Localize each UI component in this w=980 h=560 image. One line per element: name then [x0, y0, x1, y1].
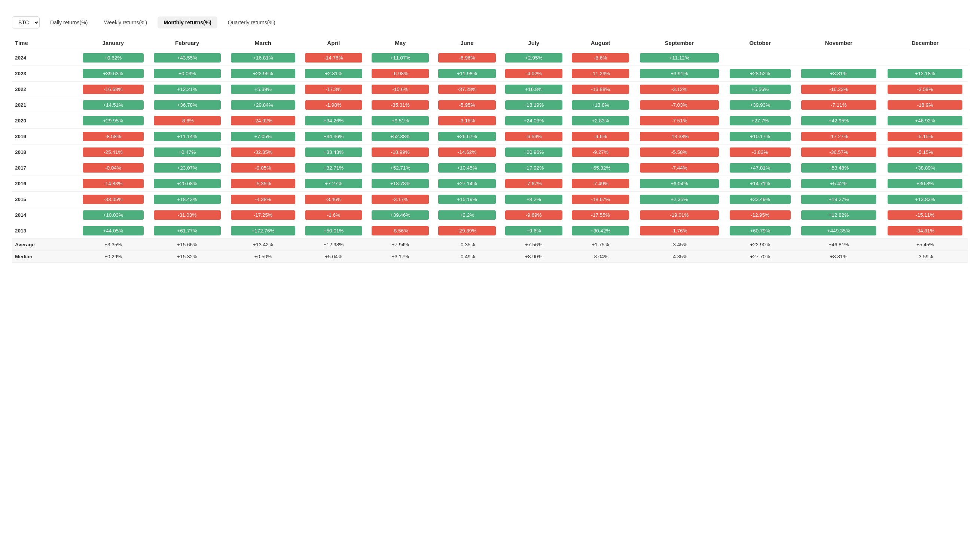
data-cell: -8.6%: [567, 50, 634, 66]
col-jun: June: [434, 36, 500, 50]
data-cell: +12.21%: [148, 82, 226, 97]
data-cell: +34.26%: [300, 113, 367, 129]
median-cell: -0.49%: [434, 251, 500, 263]
data-cell: -15.6%: [367, 82, 434, 97]
data-cell: +39.63%: [78, 66, 148, 82]
data-cell: [795, 50, 882, 66]
data-cell: +0.03%: [148, 66, 226, 82]
data-cell: -37.28%: [434, 82, 500, 97]
data-cell: -18.9%: [882, 97, 968, 113]
year-cell: 2023: [12, 66, 78, 82]
tab-weekly-returns[interactable]: Weekly returns(%): [98, 17, 153, 28]
data-cell: +52.38%: [367, 129, 434, 145]
median-cell: -3.59%: [882, 251, 968, 263]
year-cell: 2019: [12, 129, 78, 145]
data-cell: -14.62%: [434, 145, 500, 160]
median-cell: +15.32%: [148, 251, 226, 263]
data-cell: -1.6%: [300, 207, 367, 223]
data-cell: +12.18%: [882, 66, 968, 82]
data-cell: +26.67%: [434, 129, 500, 145]
data-cell: +2.83%: [567, 113, 634, 129]
data-cell: +9.51%: [367, 113, 434, 129]
data-cell: -8.56%: [367, 223, 434, 239]
median-label: Median: [12, 251, 78, 263]
median-cell: +8.81%: [795, 251, 882, 263]
data-cell: +172.76%: [226, 223, 301, 239]
data-cell: [882, 50, 968, 66]
col-may: May: [367, 36, 434, 50]
tab-quarterly-returns[interactable]: Quarterly returns(%): [222, 17, 281, 28]
data-cell: +7.27%: [300, 176, 367, 192]
data-cell: -14.76%: [300, 50, 367, 66]
tab-monthly-returns[interactable]: Monthly returns(%): [158, 17, 217, 28]
data-cell: +5.39%: [226, 82, 301, 97]
data-cell: -9.69%: [500, 207, 567, 223]
table-row: 2020+29.95%-8.6%-24.92%+34.26%+9.51%-3.1…: [12, 113, 968, 129]
table-row: 2018-25.41%+0.47%-32.85%+33.43%-18.99%-1…: [12, 145, 968, 160]
data-cell: +29.84%: [226, 97, 301, 113]
avg-cell: +3.35%: [78, 239, 148, 251]
median-cell: +3.17%: [367, 251, 434, 263]
data-cell: +19.27%: [795, 192, 882, 207]
data-cell: -6.96%: [434, 50, 500, 66]
data-cell: +32.71%: [300, 160, 367, 176]
data-cell: +5.42%: [795, 176, 882, 192]
data-cell: +44.05%: [78, 223, 148, 239]
table-row: 2014+10.03%-31.03%-17.25%-1.6%+39.46%+2.…: [12, 207, 968, 223]
data-cell: +14.51%: [78, 97, 148, 113]
median-row: Median+0.29%+15.32%+0.50%+5.04%+3.17%-0.…: [12, 251, 968, 263]
data-cell: -16.68%: [78, 82, 148, 97]
data-cell: +24.03%: [500, 113, 567, 129]
data-cell: -17.25%: [226, 207, 301, 223]
data-cell: -34.81%: [882, 223, 968, 239]
data-cell: +39.46%: [367, 207, 434, 223]
data-cell: +15.19%: [434, 192, 500, 207]
year-cell: 2013: [12, 223, 78, 239]
median-cell: -4.35%: [634, 251, 725, 263]
data-cell: -17.3%: [300, 82, 367, 97]
data-cell: +30.8%: [882, 176, 968, 192]
data-cell: -3.17%: [367, 192, 434, 207]
data-cell: +39.93%: [725, 97, 795, 113]
data-cell: +0.47%: [148, 145, 226, 160]
data-cell: -5.15%: [882, 145, 968, 160]
data-cell: +52.71%: [367, 160, 434, 176]
data-cell: +27.7%: [725, 113, 795, 129]
data-cell: +53.48%: [795, 160, 882, 176]
data-cell: -8.58%: [78, 129, 148, 145]
year-cell: 2021: [12, 97, 78, 113]
data-cell: -1.76%: [634, 223, 725, 239]
median-cell: +8.90%: [500, 251, 567, 263]
data-cell: -8.6%: [148, 113, 226, 129]
data-cell: +18.43%: [148, 192, 226, 207]
tab-daily-returns[interactable]: Daily returns(%): [44, 17, 93, 28]
data-cell: +9.6%: [500, 223, 567, 239]
data-cell: [725, 50, 795, 66]
data-cell: -35.31%: [367, 97, 434, 113]
year-cell: 2017: [12, 160, 78, 176]
data-cell: -15.11%: [882, 207, 968, 223]
average-row: Average+3.35%+15.66%+13.42%+12.98%+7.94%…: [12, 239, 968, 251]
table-row: 2022-16.68%+12.21%+5.39%-17.3%-15.6%-37.…: [12, 82, 968, 97]
table-row: 2016-14.83%+20.08%-5.35%+7.27%+18.78%+27…: [12, 176, 968, 192]
year-cell: 2020: [12, 113, 78, 129]
col-jan: January: [78, 36, 148, 50]
data-cell: +43.55%: [148, 50, 226, 66]
table-row: 2013+44.05%+61.77%+172.76%+50.01%-8.56%-…: [12, 223, 968, 239]
data-cell: +0.62%: [78, 50, 148, 66]
avg-cell: +7.94%: [367, 239, 434, 251]
avg-cell: +22.90%: [725, 239, 795, 251]
data-cell: +449.35%: [795, 223, 882, 239]
data-cell: -4.6%: [567, 129, 634, 145]
avg-cell: +46.81%: [795, 239, 882, 251]
table-row: 2015-33.05%+18.43%-4.38%-3.46%-3.17%+15.…: [12, 192, 968, 207]
data-cell: -3.83%: [725, 145, 795, 160]
data-cell: +20.96%: [500, 145, 567, 160]
returns-table: Time January February March April May Ju…: [12, 36, 968, 263]
data-cell: +11.12%: [634, 50, 725, 66]
asset-selector[interactable]: BTC: [12, 17, 40, 28]
table-row: 2023+39.63%+0.03%+22.96%+2.81%-6.98%+11.…: [12, 66, 968, 82]
col-nov: November: [795, 36, 882, 50]
data-cell: +16.81%: [226, 50, 301, 66]
year-cell: 2014: [12, 207, 78, 223]
